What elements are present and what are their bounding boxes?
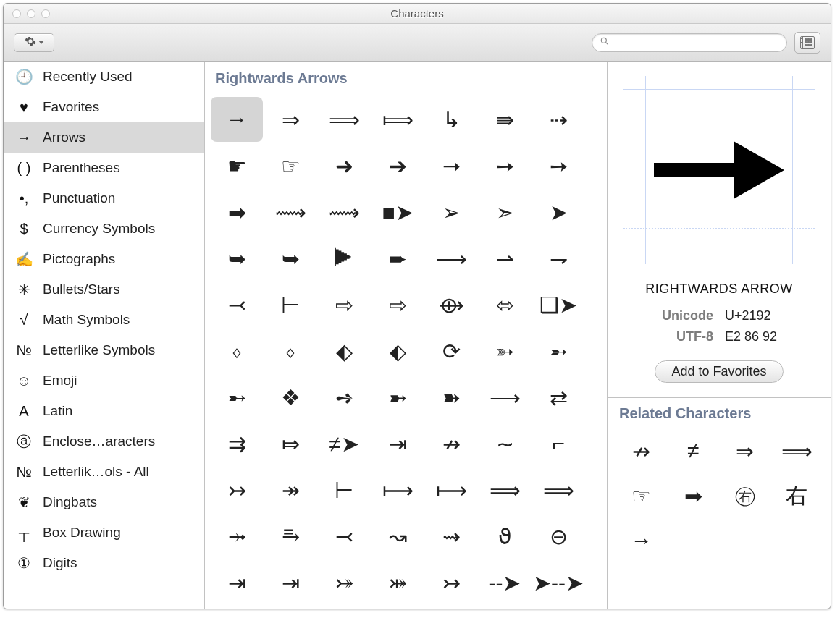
character-cell[interactable]: ⇀	[479, 236, 531, 281]
character-cell[interactable]: ➥	[211, 236, 263, 281]
character-cell[interactable]: ➨	[371, 236, 424, 281]
zoom-window-button[interactable]	[41, 9, 50, 18]
character-cell[interactable]: ⇥	[371, 421, 424, 466]
character-cell[interactable]: ⟿	[318, 190, 370, 234]
character-cell[interactable]: ↳	[425, 97, 477, 142]
sidebar-item[interactable]: ✳Bullets/Stars	[4, 274, 204, 305]
character-cell[interactable]: ➢	[425, 190, 477, 234]
character-cell[interactable]: ➽	[425, 375, 477, 420]
character-cell[interactable]: ⥱	[264, 514, 316, 559]
character-cell[interactable]: ↛	[425, 421, 477, 466]
character-cell[interactable]: ⬨	[211, 329, 263, 373]
sidebar-item[interactable]: ✍Pictographs	[4, 244, 204, 274]
character-cell[interactable]: ⤗	[371, 560, 424, 605]
sidebar-item[interactable]: ①Digits	[4, 548, 204, 578]
character-cell[interactable]: ➔	[371, 143, 424, 188]
character-cell[interactable]: ⟹	[479, 467, 531, 512]
sidebar-item[interactable]: ☺Emoji	[4, 365, 204, 396]
related-character-cell[interactable]: ≠	[668, 429, 719, 473]
related-character-cell[interactable]: ☞	[616, 474, 667, 517]
sidebar-item[interactable]: ( )Parentheses	[4, 153, 204, 183]
character-cell[interactable]: ⇨	[371, 282, 424, 327]
action-menu-button[interactable]	[14, 33, 54, 52]
character-cell[interactable]: ⤖	[318, 560, 370, 605]
add-to-favorites-button[interactable]: Add to Favorites	[655, 360, 783, 383]
character-cell[interactable]: ⟶	[479, 375, 531, 420]
character-cell[interactable]: ⊢	[318, 467, 370, 512]
related-character-cell[interactable]: ➡	[668, 474, 719, 517]
character-cell[interactable]: ☛	[211, 143, 263, 188]
character-cell[interactable]: ➤--➤	[532, 560, 584, 605]
character-cell[interactable]: ⤞	[211, 514, 263, 559]
category-sidebar[interactable]: 🕘Recently Used♥Favorites→Arrows( )Parent…	[4, 62, 205, 609]
character-cell[interactable]: ϑ	[479, 514, 531, 559]
toggle-sidebar-button[interactable]	[794, 32, 820, 54]
character-cell[interactable]: --➤	[479, 560, 531, 605]
character-cell[interactable]: ∼	[479, 421, 531, 466]
character-cell[interactable]: ➸	[211, 375, 263, 420]
character-cell[interactable]: ☞	[264, 143, 316, 188]
character-cell[interactable]: ⊢	[264, 282, 316, 327]
character-cell[interactable]: ⇥	[211, 560, 263, 605]
character-cell[interactable]: ⇨	[318, 282, 370, 327]
character-cell[interactable]: ⟹	[318, 97, 370, 142]
sidebar-item[interactable]: ⓐEnclose…aracters	[4, 426, 204, 457]
character-cell[interactable]: ↠	[264, 467, 316, 512]
character-grid[interactable]: →⇒⟹⟾↳⇛⇢☛☞➜➔➝➙➙➡⟿⟿■➤➢➣➤➥➥⯈➨⟶⇀⇁⤙⊢⇨⇨⟴⬄❑➤⬨⬨⬖…	[205, 91, 607, 609]
character-cell[interactable]: ⇄	[532, 375, 584, 420]
related-characters-grid[interactable]: ↛≠⇒⟹☞➡㊨右→	[608, 425, 831, 567]
sidebar-item[interactable]: 🕘Recently Used	[4, 62, 204, 92]
sidebar-item[interactable]: •,Punctuation	[4, 183, 204, 213]
sidebar-item[interactable]: $Currency Symbols	[4, 213, 204, 244]
character-cell[interactable]: ❑➤	[532, 282, 584, 327]
character-cell[interactable]: ■➤	[371, 190, 424, 234]
related-character-cell[interactable]: ⟹	[772, 429, 823, 473]
character-cell[interactable]: ⟿	[264, 190, 316, 234]
character-cell[interactable]: ↝	[371, 514, 424, 559]
character-cell[interactable]: ➡	[211, 190, 263, 234]
character-cell[interactable]: ↣	[211, 467, 263, 512]
character-cell[interactable]: ⇝	[425, 514, 477, 559]
character-cell[interactable]: ⇁	[532, 236, 584, 281]
character-cell[interactable]: ⇉	[211, 421, 263, 466]
character-cell[interactable]: ⬨	[264, 329, 316, 373]
character-cell[interactable]: ⬄	[479, 282, 531, 327]
character-cell[interactable]: ≠➤	[318, 421, 370, 466]
character-cell[interactable]: ⟼	[425, 467, 477, 512]
character-cell[interactable]: ⟶	[425, 236, 477, 281]
character-cell[interactable]: ⯈	[318, 236, 370, 281]
character-cell[interactable]: ➙	[479, 143, 531, 188]
character-cell[interactable]: ❖	[264, 375, 316, 420]
character-cell[interactable]: ⌐	[532, 421, 584, 466]
sidebar-item[interactable]: №Letterlik…ols - All	[4, 457, 204, 487]
character-cell[interactable]: ➜	[318, 143, 370, 188]
character-cell[interactable]: ➳	[479, 329, 531, 373]
character-cell[interactable]: ⬖	[318, 329, 370, 373]
sidebar-item[interactable]: №Letterlike Symbols	[4, 335, 204, 365]
character-cell[interactable]: ⤙	[211, 282, 263, 327]
search-field[interactable]	[592, 33, 787, 52]
character-cell[interactable]: ⟳	[425, 329, 477, 373]
character-cell[interactable]: ⇒	[264, 97, 316, 142]
character-cell[interactable]: ➤	[532, 190, 584, 234]
character-cell[interactable]: →	[211, 97, 263, 142]
minimize-window-button[interactable]	[27, 9, 35, 18]
character-cell[interactable]: ⤇	[264, 421, 316, 466]
character-cell[interactable]: ⇥	[264, 560, 316, 605]
character-cell[interactable]: ➵	[532, 329, 584, 373]
close-window-button[interactable]	[12, 9, 21, 18]
sidebar-item[interactable]: ┬Box Drawing	[4, 517, 204, 548]
sidebar-item[interactable]: ❦Dingbats	[4, 487, 204, 517]
character-cell[interactable]: ➺	[318, 375, 370, 420]
sidebar-item[interactable]: ALatin	[4, 396, 204, 426]
character-cell[interactable]: ⬖	[371, 329, 424, 373]
character-cell[interactable]: ➣	[479, 190, 531, 234]
character-cell[interactable]: ⊖	[532, 514, 584, 559]
character-cell[interactable]: ⤙	[318, 514, 370, 559]
search-input[interactable]	[614, 36, 779, 48]
related-character-cell[interactable]: ㊨	[720, 474, 770, 517]
character-cell[interactable]: ➥	[264, 236, 316, 281]
character-cell[interactable]: ⟴	[425, 282, 477, 327]
related-character-cell[interactable]: 右	[772, 474, 823, 517]
sidebar-item[interactable]: √Math Symbols	[4, 305, 204, 335]
